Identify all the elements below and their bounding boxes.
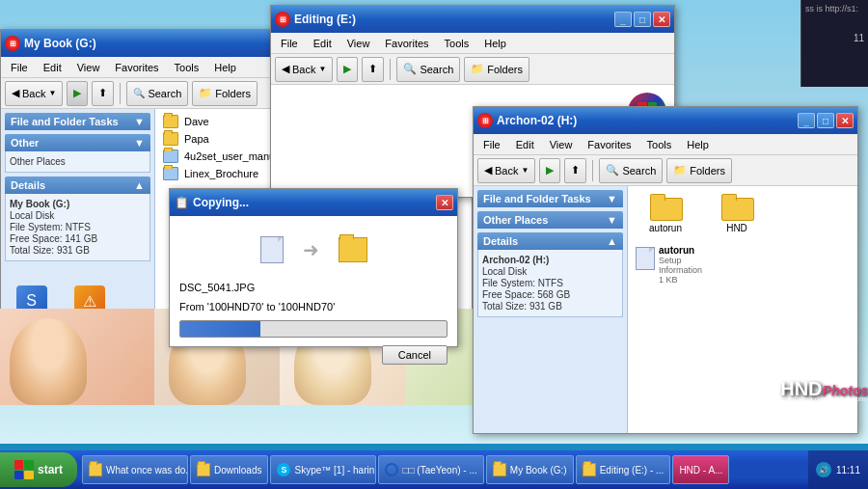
folder-icon [163,167,178,180]
mybook-folders-button[interactable]: 📁 Folders [192,81,258,106]
editing-toolbar-sep [390,59,391,80]
other-places-section: Other ▼ Other Places [5,134,150,173]
copy-cancel-button[interactable]: Cancel [382,345,448,365]
taskbar-label-4: □□ (TaeYeon) - ... [402,465,476,475]
file-name-4u2set: 4u2set_user_manual [184,150,284,162]
details-content: My Book (G:) Local Disk File System: NTF… [5,194,150,261]
archon-back-button[interactable]: ◀Back▼ [477,158,535,183]
archon-menu-favorites[interactable]: Favorites [580,137,638,152]
back-label-editing: Back [292,64,315,75]
search-label: Search [148,88,181,99]
editing-toolbar: ◀Back▼ ▶ ⬆ 🔍Search 📁Folders [271,54,674,85]
taskbar-item-hnd[interactable]: HND - A... [672,455,729,484]
editing-close-button[interactable]: ✕ [653,12,670,27]
list-item[interactable]: HND [703,190,771,237]
editing-menu-favorites[interactable]: Favorites [377,36,436,51]
archon-disk-name: Archon-02 (H:) [482,255,549,265]
copy-dialog-close-button[interactable]: ✕ [436,195,453,210]
archon-other-places-header[interactable]: Other Places ▼ [477,211,623,229]
mybook-menu-edit[interactable]: Edit [36,60,69,75]
disk-type: Local Disk [10,210,146,221]
archon-sidebar: File and Folder Tasks ▼ Other Places ▼ D… [474,186,628,433]
editing-menu-edit[interactable]: Edit [306,36,339,51]
list-item[interactable]: autorun Setup Information 1 KB [632,241,719,288]
editing-menu-help[interactable]: Help [476,36,514,51]
taskbar-item-downloads[interactable]: Downloads [190,455,268,484]
editing-forward-button[interactable]: ▶ [337,57,358,82]
start-button[interactable]: start [0,452,77,487]
file-folder-tasks-label: File and Folder Tasks [11,116,119,127]
editing-menu-tools[interactable]: Tools [437,36,477,51]
taskbar-item-what[interactable]: What once was do... [82,455,188,484]
archon-menu-view[interactable]: View [542,137,581,152]
other-places-content: Other Places [5,151,150,173]
taskbar-item-skype[interactable]: S Skype™ [1] - harin... [270,455,376,484]
other-places-header[interactable]: Other ▼ [5,134,150,151]
archon-close-button[interactable]: ✕ [836,113,854,128]
file-folder-tasks-header[interactable]: File and Folder Tasks ▼ [5,113,150,130]
archon-menu-tools[interactable]: Tools [639,137,680,152]
mybook-menu-tools[interactable]: Tools [167,60,207,75]
mybook-up-button[interactable]: ⬆ [92,81,114,106]
copy-source-icon [260,236,284,263]
archon-window-icon: ⊞ [477,113,493,128]
editing-controls: _ □ ✕ [614,12,670,27]
archon-menu-help[interactable]: Help [679,137,717,152]
editing-menu-view[interactable]: View [339,36,378,51]
mybook-forward-button[interactable]: ▶ [67,81,88,106]
archon-forward-button[interactable]: ▶ [539,158,560,183]
copy-animation: ➜ [179,226,448,274]
mybook-back-button[interactable]: ◀Back▼ [5,81,63,106]
taskbar-folder-icon-3 [493,463,506,476]
archon-minimize-button[interactable]: _ [798,113,815,128]
archon-up-button[interactable]: ⬆ [564,158,586,183]
details-header-label: Details [11,179,45,191]
archon-file-hnd: HND [726,223,747,233]
taskbar-label-2: Downloads [214,465,261,475]
archon-titlebar: ⊞ Archon-02 (H:) _ □ ✕ [474,107,857,134]
archon-menu-file[interactable]: File [475,137,508,152]
mybook-menu-file[interactable]: File [3,60,36,75]
desktop: ss is http://s1: 11 ⊞ My Book (G:) _ □ ✕… [0,0,868,444]
archon-menu-edit[interactable]: Edit [508,137,542,152]
editing-search-button[interactable]: 🔍Search [396,57,460,82]
browser-url-partial: ss is http://s1: [805,4,864,14]
archon-toolbar-sep [592,160,593,181]
editing-titlebar: ⊞ Editing (E:) _ □ ✕ [271,6,674,33]
mybook-menu-view[interactable]: View [69,60,108,75]
taskbar-label-7: HND - A... [679,465,722,475]
archon-file-folder-tasks-header[interactable]: File and Folder Tasks ▼ [477,190,623,207]
archon-other-places-label: Other Places [483,214,548,226]
details-header[interactable]: Details ▲ [5,177,150,194]
editing-up-button[interactable]: ⬆ [362,57,384,82]
archon-maximize-button[interactable]: □ [817,113,834,128]
archon-folders-button[interactable]: 📁Folders [666,158,732,183]
list-item[interactable]: autorun [632,190,699,237]
taskbar-item-mybook[interactable]: My Book (G:) [486,455,574,484]
archon-search-button[interactable]: 🔍Search [599,158,663,183]
copy-from-to: From '100HND70' to '100HND70' [179,301,448,312]
mybook-menu-favorites[interactable]: Favorites [107,60,166,75]
mybook-menu-help[interactable]: Help [206,60,244,75]
back-label: Back [22,88,45,99]
watermark: HariNgDuga.deviantArt.com [770,394,866,403]
taskbar-item-taeyeon[interactable]: □□ (TaeYeon) - ... [378,455,483,484]
copy-dialog: 📋 Copying... ✕ ➜ DSC_5041.JPG From '100H… [169,188,458,347]
taskbar-label-1: What once was do... [106,465,188,475]
mybook-search-button[interactable]: 🔍 Search [126,81,188,106]
taskbar-label-5: My Book (G:) [510,465,567,475]
archon-file-autorun: autorun [649,223,682,233]
editing-back-button[interactable]: ◀Back▼ [275,57,333,82]
editing-minimize-button[interactable]: _ [614,12,632,27]
editing-folders-button[interactable]: 📁Folders [464,57,529,82]
archon-toolbar: ◀Back▼ ▶ ⬆ 🔍Search 📁Folders [474,155,857,186]
folder-icon-hnd [721,194,752,221]
partial-browser-window: ss is http://s1: 11 [800,0,868,87]
folder-icon-autorun [650,194,681,221]
taskbar-item-editing[interactable]: Editing (E:) - ... [576,455,671,484]
editing-menu-file[interactable]: File [273,36,306,51]
editing-maximize-button[interactable]: □ [634,12,651,27]
archon-details-header[interactable]: Details ▲ [477,232,623,250]
details-collapse-icon: ▲ [134,179,145,191]
taskbar-folder-icon-1 [89,463,102,476]
